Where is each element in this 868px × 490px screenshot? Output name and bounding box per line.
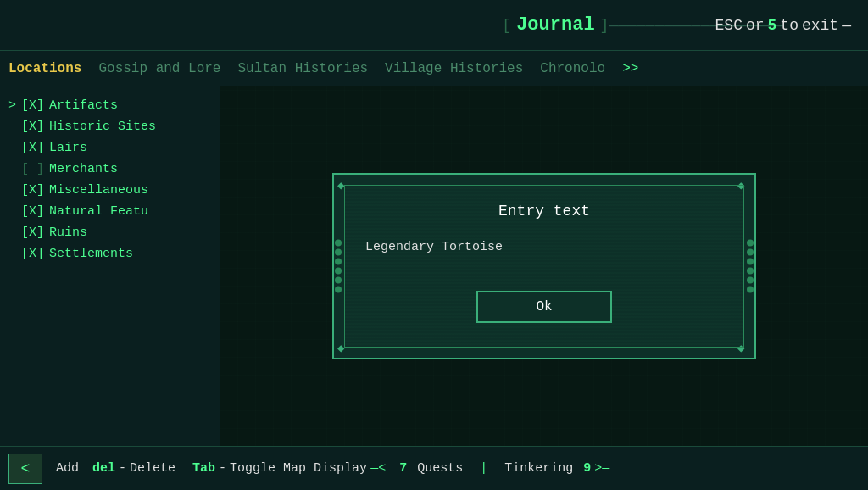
checkbox-natural-features: [X] [21,203,44,220]
hint-add: Add [56,461,79,476]
sidebar-item-merchants[interactable]: > [ ] Merchants [8,159,212,180]
checkbox-lairs: [X] [21,139,44,157]
sidebar-item-settlements[interactable]: > [X] Settlements [8,243,212,264]
header-bracket-open: [ [502,17,511,34]
hint-del-key: del [92,461,115,476]
sidebar-item-artifacts[interactable]: > [X] Artifacts [8,95,212,116]
journal-title: Journal [511,14,599,36]
header: [ Journal ] ——————————————————— ESC or 5… [0,0,868,51]
checkbox-ruins: [X] [21,224,44,242]
header-exit: ESC or 5 to exit — [715,17,851,34]
hint-tab-label: Toggle Map Display [230,461,367,476]
back-button[interactable]: < [8,454,42,484]
sidebar-item-lairs[interactable]: > [X] Lairs [8,137,212,159]
nav-tabs: Locations Gossip and Lore Sultan Histori… [0,51,868,86]
bottom-hints: Add del - Delete Tab - Toggle Map Displa… [56,461,609,476]
hint-dash: —< [370,461,386,476]
modal-title: Entry text [365,203,723,220]
sidebar-item-natural-features[interactable]: > [X] Natural Featu [8,201,212,222]
hint-quests-label: Quests [417,461,463,476]
label-ruins: Ruins [49,224,87,242]
checkbox-artifacts: [X] [21,97,44,114]
hint-tab-key: Tab [192,461,215,476]
checkbox-merchants: [ ] [21,160,44,178]
label-lairs: Lairs [49,139,87,157]
label-miscellaneous: Miscellaneous [49,181,148,199]
checkbox-settlements: [X] [21,245,44,263]
tab-village-histories[interactable]: Village Histories [385,61,523,76]
tab-chronolo[interactable]: Chronolo [540,61,605,76]
hint-end: >— [594,461,609,476]
modal-side-left [335,240,342,293]
sidebar-item-historic-sites[interactable]: > [X] Historic Sites [8,116,212,137]
exit-dash: — [842,17,851,34]
sidebar-item-miscellaneous[interactable]: > [X] Miscellaneous [8,180,212,201]
modal-input-area[interactable]: Legendary Tortoise [365,240,723,265]
sidebar-item-ruins[interactable]: > [X] Ruins [8,222,212,243]
hint-del-label: Delete [130,461,175,476]
exit-text: exit [802,17,838,34]
checkbox-historic-sites: [X] [21,118,44,136]
label-settlements: Settlements [49,245,133,263]
main-content: > [X] Artifacts > [X] Historic Sites > [… [0,86,868,446]
modal-dialog: ◆ ◆ ◆ ◆ Entry text Legendary Tortoise [332,173,756,359]
exit-key-5: 5 [768,17,777,34]
hint-quests-num: 7 [399,461,407,476]
hint-del-dash: - [119,461,126,476]
tab-sultan-histories[interactable]: Sultan Histories [237,61,368,76]
sidebar: > [X] Artifacts > [X] Historic Sites > [… [0,86,220,446]
label-natural-features: Natural Featu [49,203,148,220]
hint-pipe: | [480,461,487,476]
label-historic-sites: Historic Sites [49,118,156,136]
checkbox-miscellaneous: [X] [21,181,44,199]
modal-ok-button[interactable]: Ok [476,291,612,323]
or-text: or [746,17,765,34]
hint-tinkering-label: Tinkering [504,461,573,476]
modal-side-right [747,240,754,293]
hint-tinkering-num: 9 [583,461,591,476]
modal-inner: Entry text Legendary Tortoise Ok [344,185,744,348]
content-area: ◆ ◆ ◆ ◆ Entry text Legendary Tortoise [220,86,868,446]
header-bracket-close: ] [600,17,609,34]
tab-locations[interactable]: Locations [8,61,81,76]
label-merchants: Merchants [49,160,118,178]
tab-more-arrow[interactable]: >> [622,61,638,76]
hint-tab-dash: - [219,461,226,476]
tab-gossip-and-lore[interactable]: Gossip and Lore [98,61,220,76]
modal-overlay: ◆ ◆ ◆ ◆ Entry text Legendary Tortoise [220,86,868,446]
esc-key: ESC [715,17,743,34]
selected-arrow: > [8,97,16,114]
label-artifacts: Artifacts [49,97,118,114]
bottom-bar: < Add del - Delete Tab - Toggle Map Disp… [0,446,868,490]
to-text: to [780,17,798,34]
